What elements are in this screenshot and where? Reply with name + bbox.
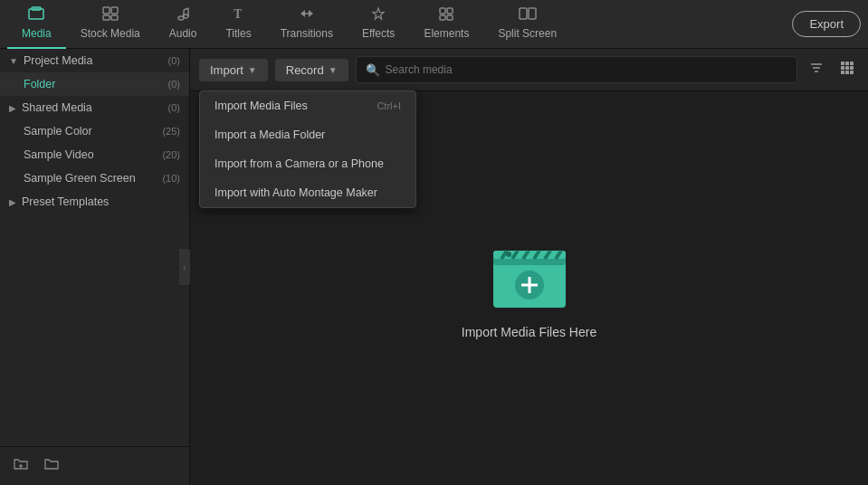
sidebar-item-sample-green-screen[interactable]: Sample Green Screen (10): [0, 166, 189, 190]
svg-rect-18: [529, 8, 536, 19]
sidebar-label: Preset Templates: [22, 195, 180, 208]
sidebar-count: (0): [168, 102, 180, 113]
sidebar-count: (0): [168, 79, 180, 90]
titles-icon: T: [232, 6, 246, 24]
grid-view-button[interactable]: [835, 58, 859, 81]
top-navigation: Media Stock Media Audio T: [0, 0, 868, 49]
menu-item-import-media-files[interactable]: Import Media Files Ctrl+I: [200, 91, 415, 120]
clapper-icon: [489, 238, 570, 310]
shortcut-label: Ctrl+I: [377, 100, 401, 111]
svg-rect-4: [103, 15, 110, 20]
arrow-icon: ▼: [9, 56, 18, 66]
nav-label-effects: Effects: [362, 27, 395, 40]
sidebar-label: Sample Color: [24, 125, 162, 138]
import-label: Import: [210, 63, 243, 77]
menu-item-import-auto-montage[interactable]: Import with Auto Montage Maker: [200, 178, 415, 207]
record-chevron-icon: ▼: [329, 65, 338, 75]
svg-rect-2: [103, 7, 110, 14]
svg-rect-28: [845, 66, 849, 70]
nav-item-effects[interactable]: Effects: [348, 0, 409, 49]
sidebar-label: Sample Video: [24, 148, 162, 161]
nav-item-media[interactable]: Media: [7, 0, 66, 49]
nav-label-media: Media: [22, 27, 52, 40]
stock-media-icon: [102, 6, 119, 24]
menu-item-label: Import a Media Folder: [215, 128, 325, 141]
folder-button[interactable]: [40, 454, 63, 478]
svg-rect-24: [841, 62, 844, 65]
search-bar: 🔍: [356, 56, 797, 83]
svg-rect-16: [447, 15, 453, 20]
nav-label-transitions: Transitions: [281, 27, 333, 40]
arrow-icon: ▶: [9, 197, 16, 207]
nav-label-titles: Titles: [225, 27, 251, 40]
sidebar-item-folder[interactable]: Folder (0): [0, 72, 189, 96]
sidebar-content: ▼ Project Media (0) Folder (0) ▶ Shared …: [0, 49, 189, 446]
sidebar-item-sample-color[interactable]: Sample Color (25): [0, 119, 189, 143]
media-icon: [28, 6, 44, 24]
sidebar-item-preset-templates[interactable]: ▶ Preset Templates: [0, 190, 189, 214]
svg-text:T: T: [234, 7, 243, 21]
audio-icon: [176, 6, 190, 24]
transitions-icon: [299, 6, 315, 24]
sidebar-label: Shared Media: [22, 101, 168, 114]
sidebar: ▼ Project Media (0) Folder (0) ▶ Shared …: [0, 49, 190, 485]
svg-rect-32: [850, 71, 854, 74]
svg-rect-30: [841, 71, 844, 74]
split-screen-icon: [519, 6, 537, 24]
search-input[interactable]: [386, 63, 787, 76]
sidebar-count: (0): [168, 55, 180, 66]
svg-rect-3: [111, 7, 118, 14]
main-area: ▼ Project Media (0) Folder (0) ▶ Shared …: [0, 49, 868, 485]
svg-rect-27: [841, 66, 844, 70]
sidebar-label: Folder: [24, 78, 168, 90]
record-label: Record: [286, 63, 324, 77]
sidebar-count: (25): [162, 126, 180, 137]
content-area: Import ▼ Record ▼ 🔍: [190, 49, 868, 485]
sidebar-item-project-media[interactable]: ▼ Project Media (0): [0, 49, 189, 72]
svg-rect-14: [447, 8, 453, 14]
nav-label-elements: Elements: [424, 27, 469, 40]
svg-rect-26: [850, 62, 854, 65]
menu-item-label: Import with Auto Montage Maker: [215, 186, 377, 199]
menu-item-label: Import from a Camera or a Phone: [215, 157, 384, 170]
nav-item-stock-media[interactable]: Stock Media: [66, 0, 155, 49]
nav-label-audio: Audio: [169, 27, 197, 40]
export-button[interactable]: Export: [792, 11, 861, 37]
search-icon: 🔍: [366, 63, 380, 77]
svg-rect-17: [520, 8, 527, 19]
effects-icon: [370, 6, 386, 24]
menu-item-import-media-folder[interactable]: Import a Media Folder: [200, 120, 415, 149]
sidebar-label: Project Media: [24, 54, 168, 67]
sidebar-item-sample-video[interactable]: Sample Video (20): [0, 143, 189, 166]
sidebar-count: (20): [162, 149, 180, 160]
svg-rect-25: [845, 62, 849, 65]
toolbar: Import ▼ Record ▼ 🔍: [190, 49, 868, 91]
sidebar-item-shared-media[interactable]: ▶ Shared Media (0): [0, 96, 189, 119]
nav-label-stock-media: Stock Media: [81, 27, 140, 40]
import-dropdown-menu: Import Media Files Ctrl+I Import a Media…: [199, 90, 416, 208]
elements-icon: [438, 6, 454, 24]
import-button[interactable]: Import ▼: [199, 59, 268, 81]
nav-item-titles[interactable]: T Titles: [211, 0, 265, 49]
menu-item-import-camera-phone[interactable]: Import from a Camera or a Phone: [200, 149, 415, 178]
svg-rect-5: [111, 15, 118, 20]
sidebar-label: Sample Green Screen: [24, 172, 162, 185]
svg-rect-31: [845, 71, 849, 74]
nav-item-split-screen[interactable]: Split Screen: [483, 0, 571, 49]
sidebar-count: (10): [162, 173, 180, 184]
add-folder-button[interactable]: [9, 454, 33, 478]
sidebar-footer: [0, 446, 189, 485]
import-media-label: Import Media Files Here: [462, 325, 596, 339]
import-chevron-icon: ▼: [248, 65, 257, 75]
nav-item-elements[interactable]: Elements: [409, 0, 483, 49]
menu-item-label: Import Media Files: [215, 100, 308, 112]
arrow-icon: ▶: [9, 103, 16, 113]
svg-point-45: [506, 252, 511, 257]
record-button[interactable]: Record ▼: [275, 59, 348, 81]
svg-rect-29: [850, 66, 854, 70]
nav-item-transitions[interactable]: Transitions: [266, 0, 348, 49]
nav-item-audio[interactable]: Audio: [155, 0, 212, 49]
svg-rect-13: [440, 8, 445, 14]
collapse-handle[interactable]: ‹: [179, 249, 190, 285]
filter-button[interactable]: [805, 58, 828, 81]
